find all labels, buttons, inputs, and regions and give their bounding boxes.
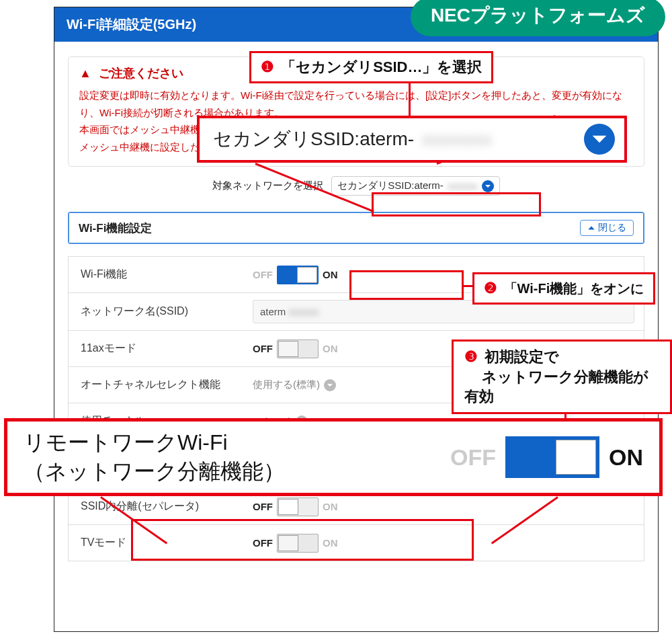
notice-line1: 設定変更は即時に有効となります。Wi-Fi経由で設定を行っている場合には、[設定… — [79, 89, 622, 118]
enlarged-dd-prefix: セカンダリSSID:aterm- — [213, 128, 414, 149]
label-11ax: 11axモード — [69, 331, 243, 366]
enlarged-rw-toggle: OFF ON — [450, 436, 643, 478]
label-autochannel: オートチャネルセレクト機能 — [69, 367, 243, 403]
notice-title-text: ご注意ください — [99, 67, 183, 80]
toggle-knob — [297, 267, 317, 283]
chevron-up-icon — [587, 224, 595, 232]
toggle-tvmode[interactable]: OFF ON — [253, 534, 338, 553]
callout-1-connector — [409, 79, 411, 116]
label-tvmode: TVモード — [69, 525, 243, 561]
toggle-11ax[interactable]: OFF ON — [253, 340, 338, 358]
chevron-down-icon — [324, 379, 336, 391]
enlarged-rw-line2: （ネットワーク分離機能） — [24, 459, 285, 483]
chevron-down-icon — [584, 124, 615, 155]
enlarged-rw-line1: リモートワークWi-Fi — [24, 430, 228, 454]
target-network-row: 対象ネットワークを選択 セカンダリSSID:aterm- xxxxxx — [54, 176, 658, 196]
callout-3-line1: 初期設定で — [485, 348, 559, 365]
collapse-button[interactable]: 閉じる — [580, 220, 634, 236]
target-network-value-prefix: セカンダリSSID:aterm- — [337, 180, 444, 192]
page-frame: Wi-Fi詳細設定(5GHz) ▲ ご注意ください 設定変更は即時に有効となりま… — [54, 7, 659, 632]
callout-2-text: 「Wi-Fi機能」をオンに — [504, 281, 644, 296]
toggle-knob — [278, 535, 298, 551]
toggle-off-label: OFF — [253, 269, 273, 280]
enlarged-dropdown: セカンダリSSID:aterm- xxxxxxxx — [197, 116, 627, 163]
enlarged-remote-work: リモートワークWi-Fi （ネットワーク分離機能） OFF ON — [4, 418, 663, 496]
brand-badge: NECプラットフォームズ — [411, 0, 665, 36]
callout-2-connector — [464, 285, 472, 287]
callout-3: ❸ 初期設定で ネットワーク分離機能が有効 — [452, 340, 672, 414]
enlarged-dd-blur: xxxxxxxx — [422, 129, 492, 149]
toggle-knob — [278, 341, 298, 357]
label-ssid: ネットワーク名(SSID) — [69, 294, 243, 329]
autochannel-value: 使用する(標準) — [253, 378, 320, 391]
callout-1: ❶ 「セカンダリSSID…」を選択 — [249, 51, 493, 83]
toggle-wifi-func[interactable]: OFF ON — [253, 266, 338, 284]
callout-2: ❷ 「Wi-Fi機能」をオンに — [472, 272, 655, 305]
toggle-on-label: ON — [323, 343, 338, 354]
toggle-on-label: ON — [323, 537, 338, 549]
toggle-track — [277, 534, 319, 553]
callout-3-num: ❸ — [464, 347, 478, 367]
target-network-value-blurred: xxxxxx — [448, 180, 478, 192]
toggle-ssid-sep[interactable]: OFF ON — [253, 497, 338, 516]
ssid-blurred: xxxxxx — [289, 306, 319, 317]
callout-3-line2: ネットワーク分離機能が有効 — [464, 368, 648, 405]
target-network-select[interactable]: セカンダリSSID:aterm- xxxxxx — [331, 176, 500, 196]
autochannel-select[interactable]: 使用する(標準) — [253, 378, 336, 391]
toggle-track — [277, 497, 319, 516]
chevron-down-icon — [482, 180, 494, 192]
ssid-prefix: aterm — [260, 306, 286, 317]
callout-2-num: ❷ — [484, 278, 497, 298]
warning-icon: ▲ — [79, 67, 91, 80]
toggle-on-label: ON — [323, 269, 338, 280]
wifi-section: Wi-Fi機能設定 閉じる — [68, 212, 644, 244]
collapse-label: 閉じる — [598, 222, 626, 234]
enlarged-rw-on: ON — [609, 444, 643, 471]
toggle-off-label: OFF — [253, 501, 273, 512]
enlarged-rw-track — [505, 436, 599, 478]
enlarged-rw-knob — [556, 440, 596, 475]
toggle-track — [277, 340, 319, 358]
label-wifi-func: Wi-Fi機能 — [69, 257, 243, 292]
toggle-off-label: OFF — [253, 537, 273, 549]
section-header: Wi-Fi機能設定 閉じる — [69, 213, 643, 243]
row-tvmode: TVモード OFF ON — [69, 524, 644, 561]
callout-1-text: 「セカンダリSSID…」を選択 — [281, 58, 482, 75]
toggle-on-label: ON — [323, 501, 338, 512]
enlarged-rw-off: OFF — [450, 444, 496, 471]
section-title: Wi-Fi機能設定 — [79, 221, 152, 236]
callout-1-num: ❶ — [261, 57, 274, 77]
toggle-off-label: OFF — [253, 343, 273, 354]
toggle-track — [277, 266, 319, 284]
toggle-knob — [278, 499, 298, 515]
